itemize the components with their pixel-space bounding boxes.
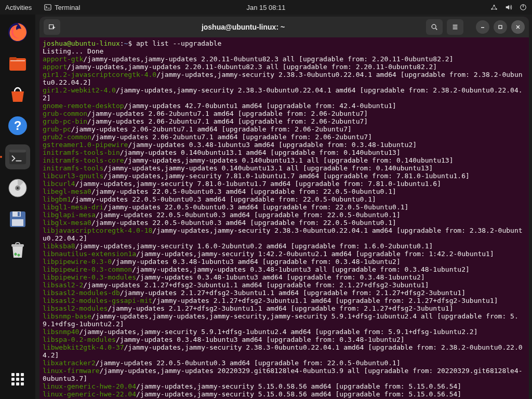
package-line: gnome-remote-desktop/jammy-updates 42.7-… bbox=[43, 102, 526, 110]
close-button[interactable] bbox=[511, 20, 525, 34]
titlebar: joshua@ubuntu-linux: ~ bbox=[39, 17, 529, 37]
package-line: libcurl4/jammy-updates,jammy-security 7.… bbox=[43, 180, 526, 188]
minimize-button[interactable] bbox=[476, 20, 489, 34]
package-line: libsasl2-modules-db/jammy-updates 2.1.27… bbox=[43, 289, 526, 297]
terminal-small-icon bbox=[44, 4, 51, 11]
terminal-window: joshua@ubuntu-linux: ~ joshua@ubuntu-lin… bbox=[39, 17, 529, 399]
svg-rect-21 bbox=[12, 219, 23, 226]
svg-point-27 bbox=[432, 24, 436, 29]
package-line: initramfs-tools/jammy-updates,jammy-upda… bbox=[43, 164, 526, 172]
menu-button[interactable] bbox=[447, 19, 463, 35]
svg-rect-20 bbox=[18, 212, 20, 216]
package-line: libglapi-mesa/jammy-updates 22.0.5-0ubun… bbox=[43, 211, 526, 219]
network-icon[interactable] bbox=[490, 4, 498, 11]
package-line: libsasl2-modules/jammy-updates 2.1.27+df… bbox=[43, 304, 526, 312]
disc-icon[interactable] bbox=[5, 176, 30, 201]
package-line: libgbm1/jammy-updates 22.0.5-0ubuntu0.3 … bbox=[43, 195, 526, 203]
search-icon bbox=[431, 23, 438, 31]
search-button[interactable] bbox=[426, 19, 443, 35]
package-line: apport-gtk/jammy-updates,jammy-updates 2… bbox=[43, 55, 526, 63]
maximize-icon bbox=[498, 24, 503, 30]
terminal-icon[interactable] bbox=[5, 144, 30, 169]
svg-rect-13 bbox=[9, 150, 26, 153]
svg-point-17 bbox=[17, 187, 19, 189]
package-line: gstreamer1.0-pipewire/jammy-updates 0.3.… bbox=[43, 141, 526, 149]
svg-rect-33 bbox=[499, 25, 502, 29]
terminal-output[interactable]: joshua@ubuntu-linux:~$ apt list --upgrad… bbox=[39, 37, 529, 399]
package-line: libegl-mesa0/jammy-updates 22.0.5-0ubunt… bbox=[43, 188, 526, 195]
package-line: grub-common/jammy-updates 2.06-2ubuntu7.… bbox=[43, 110, 526, 117]
new-tab-button[interactable] bbox=[44, 19, 60, 35]
package-line: libpipewire-0.3-modules/jammy-updates 0.… bbox=[43, 273, 526, 281]
package-line: libsasl2-modules-gssapi-mit/jammy-update… bbox=[43, 297, 526, 304]
svg-rect-9 bbox=[10, 60, 25, 61]
package-line: initramfs-tools-bin/jammy-updates 0.140u… bbox=[43, 149, 526, 156]
package-line: gir1.2-webkit2-4.0/jammy-updates,jammy-s… bbox=[43, 86, 526, 102]
svg-rect-8 bbox=[9, 57, 17, 60]
package-line: libksba8/jammy-updates,jammy-security 1.… bbox=[43, 242, 526, 250]
package-line: libxatracker2/jammy-updates 22.0.5-0ubun… bbox=[43, 359, 526, 367]
package-line: linux-generic-hwe-20.04/jammy-updates,ja… bbox=[43, 382, 526, 390]
window-title: joshua@ubuntu-linux: ~ bbox=[64, 23, 422, 31]
app-grid-icon[interactable] bbox=[5, 367, 30, 392]
package-line: linux-firmware/jammy-updates,jammy-updat… bbox=[43, 367, 526, 382]
svg-line-28 bbox=[436, 29, 437, 30]
package-line: apport/jammy-updates,jammy-updates 2.20.… bbox=[43, 63, 526, 71]
package-line: libgl1-mesa-dri/jammy-updates 22.0.5-0ub… bbox=[43, 203, 526, 211]
close-icon bbox=[515, 24, 521, 30]
package-line: grub-pc-bin/jammy-updates 2.06-2ubuntu7.… bbox=[43, 117, 526, 125]
svg-rect-0 bbox=[45, 5, 51, 10]
package-line: libpipewire-0.3-0/jammy-updates 0.3.48-1… bbox=[43, 258, 526, 265]
package-line: libsnmp-base/jammy-updates,jammy-updates… bbox=[43, 312, 526, 328]
minimize-icon bbox=[480, 24, 485, 30]
activities-button[interactable]: Activities bbox=[5, 4, 32, 11]
package-line: libnautilus-extension1a/jammy-updates,ja… bbox=[43, 250, 526, 258]
package-line: libpipewire-0.3-common/jammy-updates,jam… bbox=[43, 265, 526, 273]
package-line: libjavascriptcoregtk-4.0-18/jammy-update… bbox=[43, 227, 526, 242]
volume-icon[interactable] bbox=[505, 4, 512, 11]
app-indicator[interactable]: Terminal bbox=[44, 4, 80, 11]
top-panel: Activities Terminal Jan 15 08:11 bbox=[0, 0, 532, 15]
package-line: libsasl2-2/jammy-updates 2.1.27+dfsg2-3u… bbox=[43, 281, 526, 289]
package-line: linux-generic-hwe-22.04/jammy-updates,ja… bbox=[43, 390, 526, 398]
clock[interactable]: Jan 15 08:11 bbox=[246, 4, 285, 11]
software-icon[interactable] bbox=[5, 82, 30, 107]
svg-text:?: ? bbox=[14, 118, 22, 132]
maximize-button[interactable] bbox=[494, 20, 507, 34]
dock: ? bbox=[0, 15, 35, 399]
package-line: grub2-common/jammy-updates 2.06-2ubuntu7… bbox=[43, 133, 526, 141]
package-line: libglx-mesa0/jammy-updates 22.0.5-0ubunt… bbox=[43, 219, 526, 227]
firefox-icon[interactable] bbox=[5, 20, 30, 45]
package-line: initramfs-tools-core/jammy-updates,jammy… bbox=[43, 156, 526, 164]
save-icon[interactable] bbox=[5, 207, 30, 232]
package-line: libcurl3-gnutls/jammy-updates,jammy-secu… bbox=[43, 172, 526, 180]
hamburger-icon bbox=[451, 23, 459, 31]
files-icon[interactable] bbox=[5, 51, 30, 76]
svg-rect-24 bbox=[49, 25, 54, 29]
power-icon[interactable] bbox=[520, 4, 527, 11]
package-line: libsnmp40/jammy-updates,jammy-security 5… bbox=[43, 328, 526, 336]
package-line: grub-pc/jammy-updates 2.06-2ubuntu7.1 am… bbox=[43, 125, 526, 133]
prompt-line: joshua@ubuntu-linux:~$ apt list --upgrad… bbox=[43, 39, 526, 47]
svg-rect-22 bbox=[11, 244, 24, 247]
package-line: libspa-0.2-modules/jammy-updates 0.3.48-… bbox=[43, 336, 526, 343]
trash-icon[interactable] bbox=[5, 238, 30, 263]
help-icon[interactable]: ? bbox=[5, 113, 30, 138]
package-line: gir1.2-javascriptcoregtk-4.0/jammy-updat… bbox=[43, 71, 526, 86]
listing-line: Listing... Done bbox=[43, 47, 526, 55]
package-line: libwebkit2gtk-4.0-37/jammy-updates,jammy… bbox=[43, 343, 526, 359]
